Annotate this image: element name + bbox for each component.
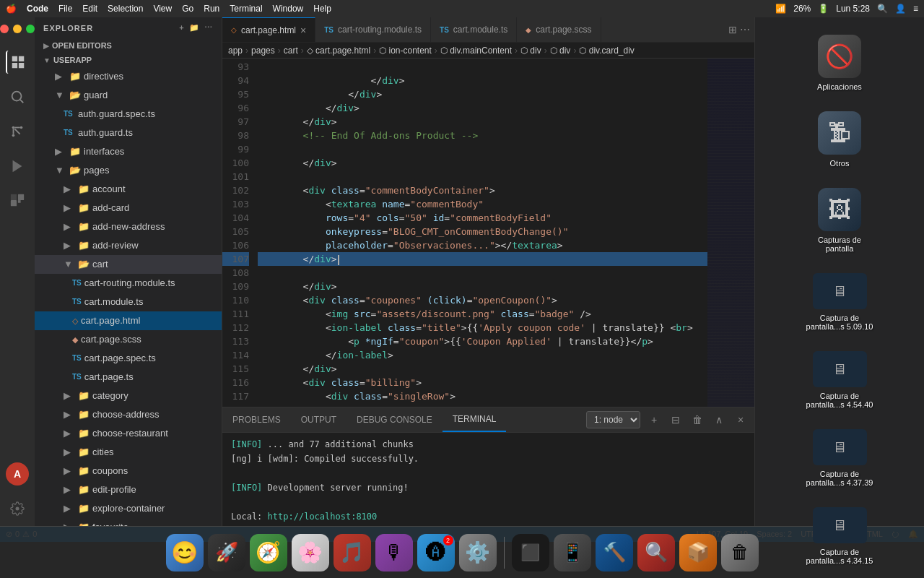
activity-remote[interactable]: A <box>6 462 29 486</box>
dock-safari[interactable]: 🧭 <box>250 534 287 571</box>
tree-guard[interactable]: ▼ 📂 guard <box>35 86 222 105</box>
open-editors-section[interactable]: ▶ OPEN EDITORS <box>35 38 222 53</box>
dock-trash[interactable]: 🗑 <box>721 534 759 571</box>
split-editor-icon[interactable]: ⊞ <box>728 24 737 35</box>
tab-cart-module[interactable]: TS cart.module.ts <box>431 17 517 42</box>
activity-extensions[interactable] <box>6 189 29 212</box>
desktop-icon-otros[interactable]: 🗜 Otros <box>812 105 867 173</box>
search-icon[interactable]: 🔍 <box>877 4 888 14</box>
tree-add-card[interactable]: ▶ 📁 add-card <box>35 199 222 217</box>
tab-output[interactable]: OUTPUT <box>291 407 346 432</box>
tree-category[interactable]: ▶ 📁 category <box>35 387 222 405</box>
tree-auth-guard[interactable]: TS auth.guard.ts <box>35 124 222 142</box>
collapse-all-icon[interactable]: ⋯ <box>204 23 213 33</box>
desktop-icon-capturas[interactable]: 🖼 Capturas depantalla <box>812 182 867 259</box>
terminal-selector[interactable]: 1: node <box>586 411 640 428</box>
apple-menu[interactable]: 🍎 <box>6 4 17 14</box>
menu-run[interactable]: Run <box>204 4 219 14</box>
menu-window[interactable]: Window <box>273 4 304 14</box>
terminal-content[interactable]: [INFO] ... and 77 additional chunks [ng]… <box>222 433 754 526</box>
activity-git[interactable] <box>6 120 29 143</box>
dock-archive[interactable]: 📦 <box>679 534 717 571</box>
tab-problems[interactable]: PROBLEMS <box>222 407 291 432</box>
add-terminal-button[interactable]: + <box>646 412 662 428</box>
tree-choose-address[interactable]: ▶ 📁 choose-address <box>35 405 222 424</box>
minimize-button[interactable] <box>13 25 22 33</box>
tree-pages[interactable]: ▼ 📂 pages <box>35 161 222 180</box>
bc-cart[interactable]: cart <box>284 46 298 56</box>
activity-settings[interactable] <box>6 497 29 520</box>
tree-directives[interactable]: ▶ 📁 directives <box>35 67 222 86</box>
tree-auth-spec[interactable]: TS auth.guard.spec.ts <box>35 105 222 124</box>
menu-file[interactable]: File <box>58 4 72 14</box>
tree-cart-html[interactable]: ◇ cart.page.html <box>35 311 222 330</box>
tree-favourite[interactable]: ▶ 📁 favourite <box>35 518 222 526</box>
dock-xcode[interactable]: 🔨 <box>596 534 633 571</box>
bc-pages[interactable]: pages <box>251 46 275 56</box>
tree-choose-restaurant[interactable]: ▶ 📁 choose-restaurant <box>35 424 222 443</box>
dock-preview[interactable]: 🔍 <box>637 534 675 571</box>
tree-add-review[interactable]: ▶ 📁 add-review <box>35 236 222 255</box>
more-actions-icon[interactable]: ⋯ <box>740 24 750 35</box>
tab-cart-scss[interactable]: ◆ cart.page.scss <box>517 17 601 42</box>
new-file-icon[interactable]: + <box>179 23 185 33</box>
maximize-button[interactable] <box>26 25 35 33</box>
app-name[interactable]: Code <box>27 4 48 14</box>
desktop-icon-cap1[interactable]: 🖥 Captura depantalla...s 5.09.10 <box>801 267 879 337</box>
activity-explorer[interactable] <box>6 51 29 74</box>
tab-cart-html[interactable]: ◇ cart.page.html × <box>222 17 315 42</box>
tree-interfaces[interactable]: ▶ 📁 interfaces <box>35 142 222 161</box>
desktop-icon-cap4[interactable]: 🖥 Captura depantalla...s 4.34.15 <box>801 501 879 571</box>
panel-close-button[interactable]: × <box>733 412 749 428</box>
bc-main[interactable]: ⬡ div.mainContent <box>440 46 512 56</box>
bc-card[interactable]: ⬡ div.card_div <box>579 46 634 56</box>
tree-cart-module[interactable]: TS cart.module.ts <box>35 293 222 311</box>
tree-cart-spec[interactable]: TS cart.page.spec.ts <box>35 349 222 368</box>
dock-finder[interactable]: 😊 <box>166 534 204 571</box>
close-button[interactable] <box>0 25 9 33</box>
panel-collapse-button[interactable]: ∧ <box>711 412 727 428</box>
bc-ion-content[interactable]: ⬡ ion-content <box>379 46 432 56</box>
bc-div1[interactable]: ⬡ div <box>520 46 541 56</box>
tree-cart-routing[interactable]: TS cart-routing.module.ts <box>35 274 222 293</box>
dock-sysprefs[interactable]: ⚙️ <box>459 534 497 571</box>
menu-help[interactable]: Help <box>313 4 331 14</box>
desktop-icon-cap2[interactable]: 🖥 Captura depantalla...s 4.54.40 <box>801 345 879 415</box>
menu-edit[interactable]: Edit <box>82 4 97 14</box>
dock-launchpad[interactable]: 🚀 <box>208 534 245 571</box>
tab-cart-routing[interactable]: TS cart-routing.module.ts <box>315 17 431 42</box>
tree-add-new-address[interactable]: ▶ 📁 add-new-address <box>35 217 222 236</box>
tree-edit-profile[interactable]: ▶ 📁 edit-profile <box>35 480 222 499</box>
dock-appstore[interactable]: 🅐 <box>417 534 455 571</box>
menu-terminal[interactable]: Terminal <box>230 4 262 14</box>
tab-close[interactable]: × <box>300 25 306 36</box>
activity-search[interactable] <box>6 85 29 108</box>
bc-div2[interactable]: ⬡ div <box>550 46 571 56</box>
dock-photos[interactable]: 🌸 <box>292 534 329 571</box>
desktop-icon-aplicaciones[interactable]: 🚫 Aplicaciones <box>811 29 868 97</box>
activity-debug[interactable] <box>6 155 29 178</box>
split-terminal-button[interactable]: ⊟ <box>668 412 684 428</box>
bc-app[interactable]: app <box>228 46 243 56</box>
code-editor[interactable]: 93 94 95 96 97 98 99 100 101 102 103 104… <box>222 59 754 407</box>
tree-cart[interactable]: ▼ 📂 cart <box>35 255 222 274</box>
tree-cart-scss[interactable]: ◆ cart.page.scss <box>35 330 222 349</box>
userapp-section[interactable]: ▼ USERAPP <box>35 53 222 67</box>
tab-debug-console[interactable]: DEBUG CONSOLE <box>346 407 443 432</box>
dock-podcasts[interactable]: 🎙 <box>375 534 413 571</box>
bc-html[interactable]: ◇ cart.page.html <box>307 46 370 56</box>
dock-music[interactable]: 🎵 <box>334 534 371 571</box>
menu-view[interactable]: View <box>153 4 172 14</box>
kill-terminal-button[interactable]: 🗑 <box>689 412 705 428</box>
desktop-icon-cap3[interactable]: 🖥 Captura depantalla...s 4.37.39 <box>801 423 879 493</box>
tree-cities[interactable]: ▶ 📁 cities <box>35 443 222 462</box>
tree-cart-ts[interactable]: TS cart.page.ts <box>35 368 222 387</box>
tree-explore-container[interactable]: ▶ 📁 explore-container <box>35 499 222 518</box>
menu-selection[interactable]: Selection <box>108 4 143 14</box>
dock-terminal[interactable]: ⬛ <box>512 534 549 571</box>
tree-coupons[interactable]: ▶ 📁 coupons <box>35 462 222 480</box>
new-folder-icon[interactable]: 📁 <box>189 23 200 33</box>
menu-go[interactable]: Go <box>182 4 193 14</box>
tab-terminal[interactable]: TERMINAL <box>443 407 507 432</box>
tree-account[interactable]: ▶ 📁 account <box>35 180 222 199</box>
